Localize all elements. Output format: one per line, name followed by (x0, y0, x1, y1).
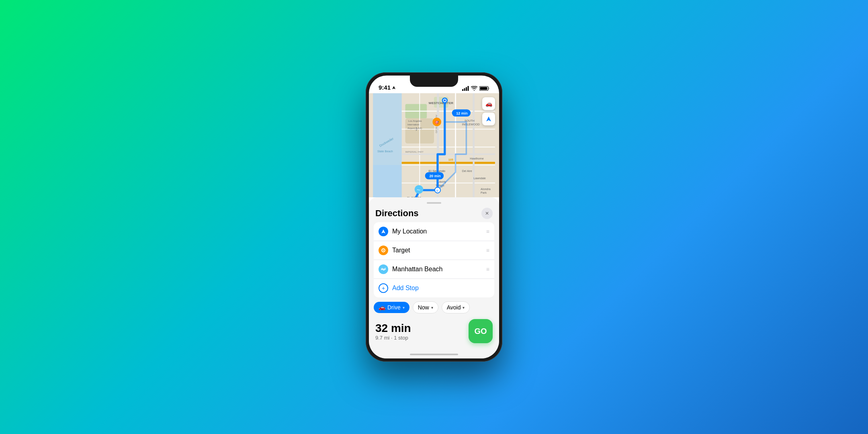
transport-options: 🚗 Drive ▾ Now ▾ Avoid ▾ (369, 297, 499, 316)
status-time: 9:41 (379, 84, 396, 91)
svg-text:12 min: 12 min (456, 111, 467, 115)
sheet-handle (427, 202, 441, 204)
drive-button[interactable]: 🚗 Drive ▾ (374, 302, 409, 313)
svg-text:Lawndale: Lawndale (473, 177, 486, 180)
trip-duration: 32 min (375, 322, 411, 335)
car-transport-icon: 🚗 (379, 304, 385, 311)
svg-rect-1 (462, 89, 463, 91)
stop-my-location[interactable]: My Location ≡ (374, 222, 494, 241)
svg-text:Del Aire: Del Aire (462, 170, 472, 173)
wifi-icon (471, 86, 477, 91)
svg-text:State Beach: State Beach (377, 150, 393, 153)
phone-screen: 9:41 (369, 76, 499, 358)
svg-text:〜: 〜 (417, 188, 420, 192)
add-stop-label: Add Stop (392, 285, 489, 292)
trip-details: 9.7 mi · 1 stop (375, 335, 411, 341)
svg-text:105: 105 (448, 158, 453, 162)
svg-rect-6 (489, 88, 489, 90)
svg-rect-2 (464, 88, 465, 91)
drag-handle-2: ≡ (486, 266, 489, 272)
svg-point-53 (444, 99, 446, 101)
phone-device: 9:41 (366, 72, 502, 362)
directions-sheet: Directions ✕ My Location ≡ (369, 197, 499, 358)
car-mode-button[interactable]: 🚗 (482, 97, 495, 110)
map-svg: ✈ 105 (369, 93, 499, 197)
route-stops-list: My Location ≡ Target ≡ (374, 222, 494, 297)
home-bar (410, 354, 458, 355)
svg-text:IMPERIAL HWY: IMPERIAL HWY (405, 150, 424, 153)
trip-summary: 32 min 9.7 mi · 1 stop GO (369, 316, 499, 351)
svg-marker-0 (392, 86, 395, 89)
add-stop-row[interactable]: + Add Stop (374, 279, 494, 297)
drive-label: Drive (387, 304, 401, 311)
svg-text:Alondra: Alondra (481, 188, 491, 191)
target-dot-icon (381, 248, 386, 253)
my-location-icon (379, 227, 388, 236)
avoid-button[interactable]: Avoid ▾ (442, 301, 470, 313)
time-display: 9:41 (379, 84, 391, 91)
svg-rect-4 (468, 86, 469, 91)
location-arrow-icon (392, 86, 396, 90)
svg-text:Los Angeles: Los Angeles (408, 119, 422, 122)
drive-chevron-icon: ▾ (403, 305, 405, 310)
close-button[interactable]: ✕ (481, 208, 493, 219)
svg-text:🎯: 🎯 (435, 120, 439, 124)
svg-text:Hawthorne: Hawthorne (470, 157, 483, 160)
svg-rect-3 (466, 87, 467, 91)
trip-stops: 1 stop (394, 335, 408, 341)
my-location-label: My Location (392, 228, 486, 235)
manhattan-beach-label: Manhattan Beach (392, 266, 486, 273)
plus-icon: + (382, 285, 385, 291)
trip-info: 32 min 9.7 mi · 1 stop (375, 322, 411, 341)
close-icon: ✕ (485, 211, 489, 216)
svg-marker-64 (486, 117, 491, 121)
svg-text:20 min: 20 min (429, 174, 440, 178)
stop-target[interactable]: Target ≡ (374, 241, 494, 260)
notch (410, 76, 458, 87)
avoid-label: Avoid (447, 304, 461, 311)
svg-text:WESTCHESTER: WESTCHESTER (429, 101, 454, 105)
svg-rect-7 (480, 87, 487, 90)
svg-text:Park: Park (481, 191, 487, 194)
now-label: Now (418, 304, 429, 311)
wave-icon (381, 267, 386, 272)
svg-text:①: ① (436, 189, 438, 192)
beach-location-icon (379, 264, 388, 274)
trip-distance: 9.7 mi (375, 335, 389, 341)
map-area[interactable]: ✈ 105 (369, 93, 499, 197)
map-controls[interactable]: 🚗 (482, 97, 495, 125)
svg-text:Internation: Internation (407, 123, 420, 126)
svg-text:Airport (LAX): Airport (LAX) (407, 127, 422, 129)
home-indicator (369, 351, 499, 358)
target-location-icon (379, 246, 388, 255)
status-icons (462, 86, 489, 91)
location-nav-icon (381, 229, 386, 234)
stop-manhattan-beach[interactable]: Manhattan Beach ≡ (374, 260, 494, 279)
go-button[interactable]: GO (469, 319, 493, 343)
battery-icon (479, 86, 489, 91)
add-stop-icon: + (379, 283, 388, 293)
svg-marker-65 (381, 229, 385, 233)
map-background: ✈ 105 (369, 93, 499, 197)
avoid-chevron-icon: ▾ (463, 305, 465, 310)
signal-icon (462, 86, 469, 91)
now-chevron-icon: ▾ (431, 305, 433, 310)
drag-handle-1: ≡ (486, 247, 489, 254)
location-button[interactable] (482, 113, 495, 125)
svg-rect-29 (473, 93, 474, 197)
location-arrow-map-icon (486, 116, 491, 122)
target-label: Target (392, 247, 486, 254)
drag-handle-0: ≡ (486, 228, 489, 235)
go-label: GO (474, 327, 487, 336)
sheet-header: Directions ✕ (369, 208, 499, 222)
now-button[interactable]: Now ▾ (413, 301, 438, 313)
car-icon: 🚗 (485, 100, 492, 107)
sheet-title: Directions (375, 208, 419, 219)
svg-text:INGLEWOOD: INGLEWOOD (462, 123, 480, 126)
svg-point-67 (383, 250, 384, 251)
